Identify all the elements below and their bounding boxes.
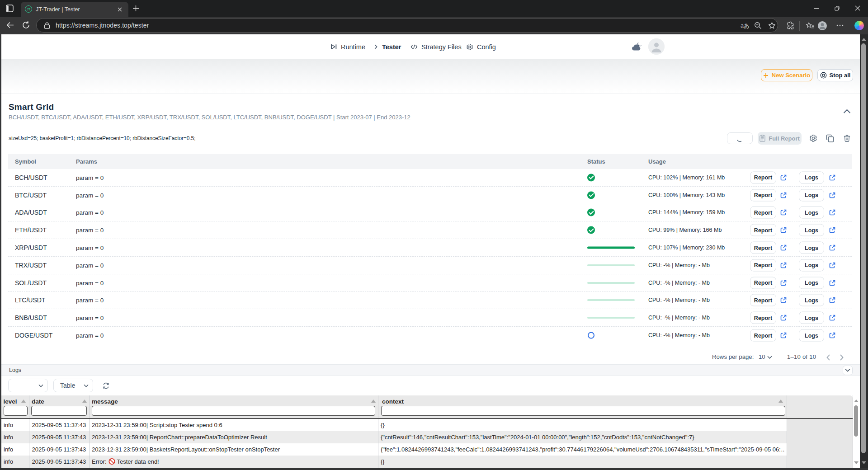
nav-item-tester[interactable]: Tester <box>382 34 401 59</box>
nav-item-runtime[interactable]: Runtime <box>330 34 365 59</box>
logs-button[interactable]: Logs <box>799 329 824 342</box>
scroll-down-icon[interactable] <box>862 461 866 464</box>
log-level-select[interactable] <box>8 379 48 392</box>
log-filter-context-input[interactable] <box>381 406 785 416</box>
new-tab-icon[interactable] <box>132 5 139 12</box>
log-view-select[interactable]: Table <box>53 379 93 392</box>
previous-page-icon[interactable] <box>826 354 830 361</box>
url-text[interactable]: https://streams.jtnodes.top/tester <box>56 22 149 29</box>
external-link-icon[interactable] <box>780 332 787 338</box>
logs-button[interactable]: Logs <box>799 259 824 271</box>
duplicate-icon[interactable] <box>826 134 834 142</box>
sort-asc-icon[interactable] <box>21 400 26 403</box>
scenario-loading-button[interactable] <box>727 132 753 144</box>
scroll-up-icon[interactable] <box>854 400 859 402</box>
extensions-icon[interactable] <box>786 21 795 30</box>
tab-close-icon[interactable] <box>117 6 123 13</box>
external-link-icon[interactable] <box>829 174 835 181</box>
nav-item-config[interactable]: Config <box>466 34 496 59</box>
external-link-icon[interactable] <box>829 280 835 286</box>
page-scrollbar[interactable] <box>860 34 868 468</box>
log-filter-level-input[interactable] <box>4 406 28 416</box>
report-button[interactable]: Report <box>750 171 776 183</box>
tab-actions-icon[interactable] <box>6 5 14 12</box>
stop-all-button[interactable]: Stop all <box>817 69 853 81</box>
browser-tab[interactable]: JT JT-Trader | Tester <box>21 2 128 17</box>
external-link-icon[interactable] <box>829 297 835 303</box>
external-link-icon[interactable] <box>780 209 787 216</box>
theme-cloud-moon-icon[interactable] <box>631 41 643 52</box>
scrollbar-thumb[interactable] <box>854 405 858 437</box>
sort-asc-icon[interactable] <box>371 400 376 403</box>
logs-button[interactable]: Logs <box>799 242 824 254</box>
external-link-icon[interactable] <box>780 227 787 233</box>
reload-icon[interactable] <box>22 21 30 29</box>
back-icon[interactable] <box>6 21 14 29</box>
external-link-icon[interactable] <box>780 244 787 251</box>
scroll-up-icon[interactable] <box>862 38 866 41</box>
external-link-icon[interactable] <box>829 244 835 251</box>
scenario-settings-icon[interactable] <box>809 134 817 142</box>
sort-asc-icon[interactable] <box>778 400 783 403</box>
logs-button[interactable]: Logs <box>799 277 824 289</box>
external-link-icon[interactable] <box>780 280 787 286</box>
report-button[interactable]: Report <box>750 329 776 342</box>
logs-button[interactable]: Logs <box>799 207 824 219</box>
logs-button[interactable]: Logs <box>799 312 824 324</box>
external-link-icon[interactable] <box>780 297 787 303</box>
zoom-out-icon[interactable] <box>754 22 762 29</box>
external-link-icon[interactable] <box>829 262 835 268</box>
logs-button[interactable]: Logs <box>799 171 824 183</box>
external-link-icon[interactable] <box>829 192 835 198</box>
external-link-icon[interactable] <box>829 227 835 233</box>
logs-button[interactable]: Logs <box>799 189 824 201</box>
external-link-icon[interactable] <box>780 192 787 198</box>
report-button[interactable]: Report <box>750 189 776 201</box>
external-link-icon[interactable] <box>780 262 787 268</box>
translate-icon[interactable]: aあ <box>741 22 750 30</box>
collapse-chevron-icon[interactable] <box>843 109 851 114</box>
log-col-level[interactable]: level <box>4 398 17 405</box>
report-button[interactable]: Report <box>750 224 776 236</box>
window-minimize-icon[interactable] <box>806 0 826 16</box>
logs-panel-header[interactable]: Logs <box>1 364 860 376</box>
window-close-icon[interactable] <box>847 0 868 16</box>
external-link-icon[interactable] <box>829 315 835 321</box>
report-button[interactable]: Report <box>750 242 776 254</box>
external-link-icon[interactable] <box>829 332 835 338</box>
log-col-context[interactable]: context <box>382 398 404 405</box>
copilot-icon[interactable] <box>854 21 864 30</box>
external-link-icon[interactable] <box>780 315 787 321</box>
log-col-date[interactable]: date <box>32 398 44 405</box>
report-button[interactable]: Report <box>750 259 776 271</box>
logs-button[interactable]: Logs <box>799 294 824 306</box>
rows-per-page-chevron-icon[interactable] <box>767 356 772 359</box>
browser-menu-icon[interactable] <box>836 21 844 29</box>
nav-item-strategy-files[interactable]: Strategy Files <box>410 34 462 59</box>
user-avatar[interactable] <box>648 38 665 55</box>
sort-asc-icon[interactable] <box>82 400 87 403</box>
report-button[interactable]: Report <box>750 277 776 289</box>
log-col-message[interactable]: message <box>92 398 118 405</box>
window-restore-icon[interactable] <box>826 0 847 16</box>
favorites-icon[interactable] <box>806 21 814 30</box>
address-bar[interactable]: https://streams.jtnodes.top/tester <box>36 18 778 33</box>
scroll-down-icon[interactable] <box>854 461 859 464</box>
report-button[interactable]: Report <box>750 312 776 324</box>
external-link-icon[interactable] <box>829 209 835 216</box>
report-button[interactable]: Report <box>750 207 776 219</box>
new-scenario-button[interactable]: New Scenario <box>761 69 812 81</box>
external-link-icon[interactable] <box>780 174 787 181</box>
logs-button[interactable]: Logs <box>799 224 824 236</box>
bookmark-star-icon[interactable] <box>768 22 776 29</box>
report-button[interactable]: Report <box>750 294 776 306</box>
browser-profile-icon[interactable] <box>817 21 827 31</box>
full-report-button[interactable]: Full Report <box>758 132 802 145</box>
scrollbar-thumb[interactable] <box>861 43 866 453</box>
delete-icon[interactable] <box>843 134 851 142</box>
rows-per-page-select[interactable]: 10 <box>759 353 765 360</box>
logs-collapse-button[interactable] <box>843 366 853 375</box>
next-page-icon[interactable] <box>840 354 844 361</box>
log-filter-date-input[interactable] <box>31 406 87 416</box>
log-filter-message-input[interactable] <box>92 406 375 416</box>
